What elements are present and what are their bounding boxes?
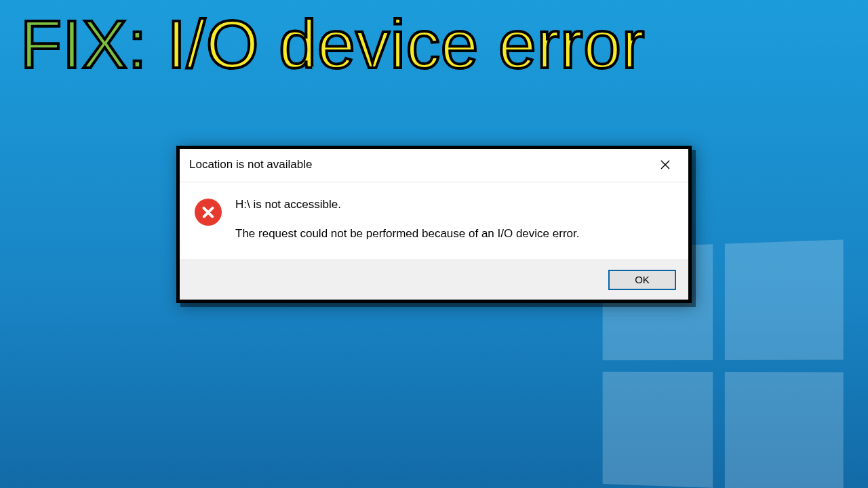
headline-rest: I/O device error	[147, 6, 645, 82]
thumbnail-headline: FIX: I/O device error	[20, 5, 854, 83]
dialog-title: Location is not available	[189, 158, 312, 171]
close-button[interactable]	[650, 155, 680, 175]
headline-prefix: FIX:	[20, 6, 147, 82]
dialog-message: H:\ is not accessible. The request could…	[235, 197, 579, 242]
message-line-2: The request could not be performed becau…	[235, 226, 579, 242]
dialog-body: H:\ is not accessible. The request could…	[180, 182, 688, 260]
dialog-titlebar[interactable]: Location is not available	[180, 149, 688, 182]
error-dialog: Location is not available H:\ is not acc…	[176, 146, 692, 303]
close-icon	[660, 160, 670, 169]
dialog-button-strip: OK	[180, 260, 688, 300]
error-icon	[195, 199, 222, 226]
message-line-1: H:\ is not accessible.	[235, 197, 579, 213]
ok-button-label: OK	[635, 274, 650, 285]
ok-button[interactable]: OK	[608, 270, 676, 290]
